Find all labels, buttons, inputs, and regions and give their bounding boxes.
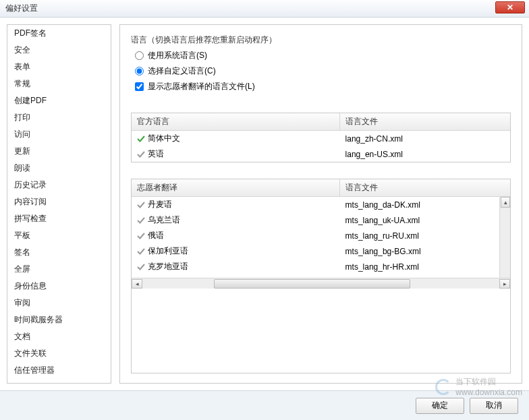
- sidebar-item[interactable]: 信任管理器: [7, 362, 111, 379]
- check-icon: [137, 247, 145, 256]
- official-language-table: 官方语言 语言文件 简体中文lang_zh-CN.xml英语lang_en-US…: [131, 113, 511, 162]
- sidebar-item[interactable]: 文档: [7, 328, 111, 345]
- table-row[interactable]: 乌克兰语mts_lang_uk-UA.xml: [132, 212, 510, 228]
- vertical-scrollbar[interactable]: ▴: [499, 197, 510, 278]
- official-table-header: 官方语言 语言文件: [132, 113, 510, 131]
- check-icon: [137, 150, 145, 158]
- sidebar-item[interactable]: 创建PDF: [7, 92, 111, 109]
- radio-custom-language[interactable]: 选择自定义语言(C): [135, 65, 511, 77]
- check-icon: [137, 135, 145, 143]
- sidebar-item[interactable]: 文件关联: [7, 345, 111, 362]
- scroll-left-icon[interactable]: ◂: [132, 279, 142, 289]
- table-row[interactable]: 英语lang_en-US.xml: [132, 146, 510, 162]
- official-header-file[interactable]: 语言文件: [340, 113, 510, 130]
- sidebar-item[interactable]: 平板: [7, 227, 111, 244]
- table-row[interactable]: 保加利亚语mts_lang_bg-BG.xml: [132, 243, 510, 259]
- sidebar-item[interactable]: 访问: [7, 126, 111, 143]
- sidebar-item[interactable]: 朗读: [7, 160, 111, 177]
- checkbox-show-volunteer-input[interactable]: [135, 82, 144, 91]
- cancel-button[interactable]: 取消: [470, 398, 518, 414]
- category-sidebar[interactable]: PDF签名安全表单常规创建PDF打印访问更新朗读历史记录内容订阅拼写检查平板签名…: [7, 24, 111, 384]
- window-title: 偏好设置: [5, 3, 38, 14]
- sidebar-item[interactable]: 表单: [7, 59, 111, 76]
- scroll-track[interactable]: [142, 279, 499, 289]
- sidebar-item[interactable]: 页面显示: [7, 379, 111, 384]
- sidebar-item[interactable]: 常规: [7, 76, 111, 92]
- table-row[interactable]: 简体中文lang_zh-CN.xml: [132, 131, 510, 146]
- checkbox-show-volunteer-label: 显示志愿者翻译的语言文件(L): [148, 81, 255, 92]
- check-icon: [137, 201, 145, 209]
- volunteer-table-header: 志愿者翻译 语言文件: [132, 179, 510, 197]
- radio-system-label: 使用系统语言(S): [148, 50, 207, 61]
- sidebar-item[interactable]: 更新: [7, 143, 111, 160]
- table-row[interactable]: 俄语mts_lang_ru-RU.xml: [132, 228, 510, 243]
- sidebar-item[interactable]: 安全: [7, 42, 111, 59]
- sidebar-item[interactable]: 内容订阅: [7, 193, 111, 210]
- sidebar-item[interactable]: 审阅: [7, 295, 111, 311]
- check-icon: [137, 216, 145, 224]
- official-table-body: 简体中文lang_zh-CN.xml英语lang_en-US.xml: [132, 131, 510, 162]
- title-bar: 偏好设置 ✕: [0, 0, 529, 18]
- scroll-up-icon[interactable]: ▴: [501, 197, 510, 208]
- volunteer-table-body: 丹麦语mts_lang_da-DK.xml乌克兰语mts_lang_uk-UA.…: [132, 197, 510, 278]
- radio-system-input[interactable]: [135, 51, 144, 60]
- close-icon: ✕: [507, 3, 513, 12]
- dialog-body: PDF签名安全表单常规创建PDF打印访问更新朗读历史记录内容订阅拼写检查平板签名…: [0, 18, 529, 390]
- sidebar-item[interactable]: 身份信息: [7, 278, 111, 295]
- group-title: 语言（切换语言后推荐您重新启动程序）: [131, 34, 511, 46]
- sidebar-item[interactable]: 签名: [7, 244, 111, 261]
- scroll-right-icon[interactable]: ▸: [499, 279, 510, 289]
- sidebar-item[interactable]: 历史记录: [7, 177, 111, 193]
- ok-button[interactable]: 确定: [416, 398, 464, 414]
- radio-custom-label: 选择自定义语言(C): [148, 65, 216, 77]
- sidebar-item[interactable]: 拼写检查: [7, 210, 111, 227]
- sidebar-item[interactable]: PDF签名: [7, 25, 111, 42]
- official-header-lang[interactable]: 官方语言: [132, 113, 340, 130]
- table-row[interactable]: 克罗地亚语mts_lang_hr-HR.xml: [132, 259, 510, 274]
- table-row[interactable]: 丹麦语mts_lang_da-DK.xml: [132, 197, 510, 212]
- close-button[interactable]: ✕: [495, 1, 525, 13]
- volunteer-language-table: 志愿者翻译 语言文件 丹麦语mts_lang_da-DK.xml乌克兰语mts_…: [131, 179, 511, 373]
- check-icon: [137, 263, 145, 271]
- sidebar-item[interactable]: 打印: [7, 109, 111, 126]
- check-icon: [137, 232, 145, 240]
- volunteer-header-lang[interactable]: 志愿者翻译: [132, 179, 340, 196]
- sidebar-item[interactable]: 时间戳服务器: [7, 311, 111, 328]
- radio-custom-input[interactable]: [135, 67, 144, 76]
- scroll-thumb[interactable]: [214, 279, 410, 289]
- button-bar: 确定 取消: [0, 390, 529, 420]
- radio-system-language[interactable]: 使用系统语言(S): [135, 50, 511, 61]
- horizontal-scrollbar[interactable]: ◂ ▸: [132, 278, 510, 289]
- checkbox-show-volunteer[interactable]: 显示志愿者翻译的语言文件(L): [135, 81, 511, 92]
- sidebar-item[interactable]: 全屏: [7, 261, 111, 278]
- language-panel: 语言（切换语言后推荐您重新启动程序） 使用系统语言(S) 选择自定义语言(C) …: [119, 24, 522, 384]
- volunteer-header-file[interactable]: 语言文件: [340, 179, 510, 196]
